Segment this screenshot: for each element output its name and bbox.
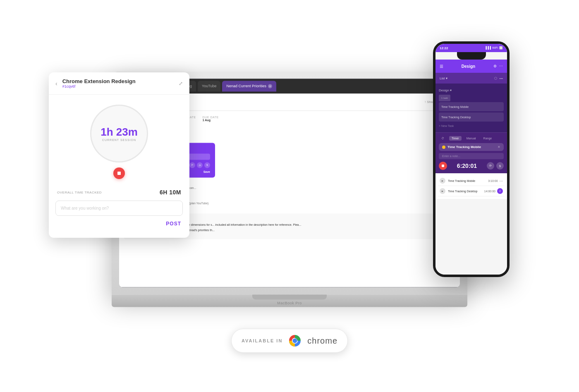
overall-label: OVERALL TIME TRACKED — [57, 191, 102, 194]
entry-time-0: 3:10:00 — [488, 179, 498, 182]
macbook-notch — [252, 294, 327, 299]
phone-note-field[interactable]: Enter a note... — [439, 153, 504, 159]
ext-subtitle: #1cqv6f — [62, 84, 179, 88]
ext-title-area: Chrome Extension Redesign #1cqv6f — [62, 78, 179, 88]
tab-label: Nenad Current Priorities — [226, 84, 266, 88]
phone-topbar-icons: ⚙ ⋯ — [493, 64, 503, 68]
more-icon[interactable]: ⋯ — [499, 64, 503, 68]
time-when-icons: P ⟳ $ — [189, 162, 210, 168]
macbook-base: MacBook Pro — [112, 294, 467, 307]
menu-icon[interactable]: ☰ — [440, 64, 443, 69]
timer-time-display: 1h 23m — [100, 126, 138, 139]
phone-content: Design ▾ 1 task Time Tracking Mobile Tim… — [435, 84, 507, 132]
due-date-meta: DUE DATE 1 Aug — [203, 116, 219, 122]
stop-timer-button[interactable] — [113, 167, 125, 179]
chrome-name-text: chrome — [307, 336, 337, 346]
stop-square-icon — [442, 165, 444, 167]
entry-name-0: Time Tracking Mobile — [448, 179, 488, 182]
list-label[interactable]: List ▾ — [440, 76, 447, 80]
tab-close-icon[interactable]: × — [268, 84, 272, 88]
expand-icon[interactable]: ⤢ — [179, 81, 183, 86]
svg-point-2 — [293, 339, 297, 343]
stop-icon — [117, 172, 121, 175]
play-icon-1[interactable]: ▶ — [440, 188, 445, 194]
back-button[interactable]: ‹ — [55, 80, 57, 87]
due-date-label: DUE DATE — [203, 116, 219, 119]
macbook-label: MacBook Pro — [112, 299, 467, 305]
signal-icon: ▐▐▐ — [485, 46, 491, 50]
phone: 12:22 ▐▐▐ WiFi ⬜ ☰ Design ⚙ ⋯ L — [433, 41, 510, 277]
extension-panel: ‹ Chrome Extension Redesign #1cqv6f ⤢ 1h… — [49, 72, 189, 238]
task-name-0: Time Tracking Mobile — [441, 105, 469, 108]
ext-title: Chrome Extension Redesign — [62, 78, 179, 84]
tab-label: YouTube — [202, 84, 216, 88]
phone-timer-icon: ⏱ — [439, 136, 447, 141]
task-name-1: Time Tracking Desktop — [441, 116, 471, 119]
active-task-name: Time Tracking Mobile — [447, 145, 498, 149]
add-task-button[interactable]: + New Task — [439, 123, 504, 129]
save-button[interactable]: Save — [203, 170, 210, 173]
when-icon-s[interactable]: $ — [204, 162, 210, 168]
active-task-dot — [442, 146, 445, 149]
settings-icon[interactable]: ⚙ — [493, 64, 497, 68]
phone-time: 12:22 — [440, 46, 448, 50]
more-filter-icon[interactable]: ••• — [500, 76, 503, 80]
phone-task-1[interactable]: Time Tracking Desktop — [439, 112, 504, 122]
post-button[interactable]: POST — [49, 216, 189, 232]
phone-timer-tabs: ⏱ Timer Manual Range — [439, 136, 504, 141]
section-label: Design ▾ — [439, 87, 504, 94]
entry-badge-1: 2 — [497, 188, 503, 194]
phone-task-0[interactable]: Time Tracking Mobile — [439, 102, 504, 111]
phone-timer-right-icons: ⟳ $ — [487, 162, 504, 170]
dollar-icon[interactable]: $ — [496, 162, 504, 170]
ext-note-area[interactable]: What are you working on? — [55, 201, 183, 216]
phone-entries: ▶ Time Tracking Mobile 3:10:00 ••• ▶ Tim… — [435, 173, 507, 199]
phone-timer-display: 6:20:01 — [457, 163, 477, 169]
timer-circle: 1h 23m CURRENT SESSION — [90, 105, 148, 163]
ext-header: ‹ Chrome Extension Redesign #1cqv6f ⤢ — [49, 72, 189, 95]
phone-stop-button[interactable] — [439, 162, 447, 170]
chrome-available-badge: AVAILABLE IN chrome — [231, 329, 348, 353]
phone-manual-tab[interactable]: Manual — [464, 136, 479, 141]
chrome-logo-icon — [287, 333, 302, 348]
when-icon-p[interactable]: P — [189, 162, 195, 168]
phone-status-bar: 12:22 ▐▐▐ WiFi ⬜ — [435, 44, 507, 52]
overall-time: 6h 10m — [160, 189, 181, 196]
phone-screen: 12:22 ▐▐▐ WiFi ⬜ ☰ Design ⚙ ⋯ L — [435, 44, 507, 275]
active-task-close[interactable]: ✕ — [498, 145, 500, 149]
tab-nenad[interactable]: Nenad Current Priorities × — [222, 81, 276, 91]
filter-icon[interactable]: ⬡ — [494, 76, 497, 80]
scene: Marketing Advertising YouTube Nenad Curr… — [0, 0, 579, 392]
note-placeholder: What are you working on? — [61, 206, 177, 210]
phone-entry-1: ▶ Time Tracking Desktop 14:00:00 2 — [438, 186, 505, 196]
entry-name-1: Time Tracking Desktop — [448, 190, 484, 193]
tab-youtube[interactable]: YouTube — [198, 81, 220, 91]
battery-icon: ⬜ — [499, 46, 503, 50]
phone-timer-tab-active[interactable]: Timer — [449, 136, 462, 141]
phone-title: Design — [462, 64, 475, 69]
phone-topbar: ☰ Design ⚙ ⋯ — [435, 60, 507, 73]
timer-session-label: CURRENT SESSION — [102, 139, 136, 141]
wifi-icon: WiFi — [492, 46, 498, 50]
phone-notch — [457, 52, 486, 60]
entry-more-0[interactable]: ••• — [500, 179, 503, 183]
phone-entry-0: ▶ Time Tracking Mobile 3:10:00 ••• — [438, 176, 505, 186]
available-in-text: AVAILABLE IN — [242, 338, 282, 343]
ext-total-row: OVERALL TIME TRACKED 6h 10m — [49, 189, 189, 201]
phone-timer-section: ⏱ Timer Manual Range Time Tracking Mobil… — [435, 132, 507, 173]
refresh-icon[interactable]: ⟳ — [487, 162, 494, 170]
play-icon-0[interactable]: ▶ — [440, 178, 445, 184]
due-date-value: 1 Aug — [203, 119, 219, 122]
entry-time-1: 14:00:00 — [484, 190, 495, 193]
phone-list-bar: List ▾ ⬡ ••• — [435, 73, 507, 84]
phone-active-task: Time Tracking Mobile ✕ — [439, 143, 504, 151]
phone-range-tab[interactable]: Range — [481, 136, 495, 141]
when-icon-clock[interactable]: ⟳ — [197, 162, 203, 168]
phone-timer-running: 6:20:01 ⟳ $ — [439, 162, 504, 170]
ext-timer-area: 1h 23m CURRENT SESSION — [49, 95, 189, 189]
task-count-badge: 1 task — [439, 95, 450, 101]
phone-status-icons: ▐▐▐ WiFi ⬜ — [485, 46, 503, 50]
